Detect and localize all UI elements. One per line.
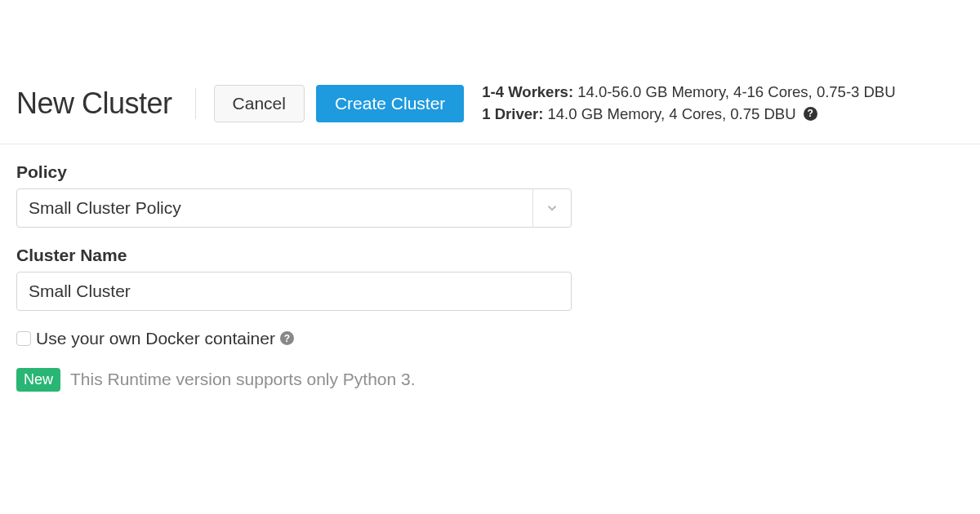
cluster-name-group: Cluster Name bbox=[16, 246, 964, 311]
chevron-down-icon bbox=[532, 189, 559, 227]
runtime-note-text: This Runtime version supports only Pytho… bbox=[70, 370, 416, 389]
help-icon[interactable]: ? bbox=[280, 331, 294, 345]
driver-detail: 14.0 GB Memory, 4 Cores, 0.75 DBU bbox=[548, 105, 796, 122]
cluster-resources-info: 1-4 Workers: 14.0-56.0 GB Memory, 4-16 C… bbox=[482, 82, 895, 126]
header-bar: New Cluster Cancel Create Cluster 1-4 Wo… bbox=[0, 82, 980, 144]
policy-select[interactable]: Small Cluster Policy bbox=[16, 188, 572, 228]
docker-checkbox[interactable] bbox=[16, 331, 31, 346]
page-title: New Cluster bbox=[16, 86, 172, 121]
workers-info: 1-4 Workers: 14.0-56.0 GB Memory, 4-16 C… bbox=[482, 82, 895, 104]
workers-label: 1-4 Workers: bbox=[482, 83, 573, 100]
runtime-note: New This Runtime version supports only P… bbox=[16, 368, 964, 392]
driver-label: 1 Driver: bbox=[482, 105, 543, 122]
divider bbox=[195, 88, 196, 119]
policy-label: Policy bbox=[16, 162, 964, 182]
cluster-name-input[interactable] bbox=[29, 273, 559, 310]
create-cluster-button[interactable]: Create Cluster bbox=[316, 85, 464, 122]
docker-row: Use your own Docker container ? bbox=[16, 329, 964, 348]
help-icon[interactable]: ? bbox=[804, 107, 817, 121]
cluster-name-input-wrap bbox=[16, 272, 572, 311]
docker-label: Use your own Docker container bbox=[36, 329, 275, 348]
policy-value: Small Cluster Policy bbox=[29, 198, 181, 218]
policy-group: Policy Small Cluster Policy bbox=[16, 162, 964, 228]
new-badge: New bbox=[16, 368, 60, 392]
workers-detail: 14.0-56.0 GB Memory, 4-16 Cores, 0.75-3 … bbox=[577, 83, 895, 100]
cluster-name-label: Cluster Name bbox=[16, 246, 964, 265]
cancel-button[interactable]: Cancel bbox=[214, 85, 305, 122]
driver-info: 1 Driver: 14.0 GB Memory, 4 Cores, 0.75 … bbox=[482, 104, 895, 126]
